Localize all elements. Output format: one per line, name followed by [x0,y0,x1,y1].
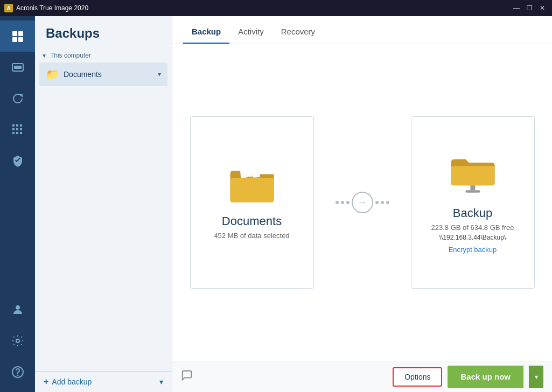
titlebar: A Acronis True Image 2020 — ❐ ✕ [0,0,552,16]
svg-rect-21 [252,166,260,177]
add-backup-label: Add backup [52,377,92,386]
help-icon [11,366,24,379]
titlebar-left: A Acronis True Image 2020 [4,4,88,12]
sidebar-item-settings[interactable] [0,325,35,356]
backup-now-button[interactable]: Back up now [448,366,523,388]
dot-1 [336,201,339,204]
app-title: Acronis True Image 2020 [16,4,88,12]
grid-icon [11,123,24,136]
dest-card-path: \\192.168.3.44\Backup\ [439,234,506,241]
section-label: This computer [50,52,91,59]
svg-point-18 [17,375,18,376]
source-card-subtitle: 452 MB of data selected [214,232,289,240]
backup-dropdown-arrow-icon: ▾ [535,373,538,381]
svg-rect-5 [14,66,22,69]
dot-2 [341,201,344,204]
tab-activity[interactable]: Activity [229,19,272,44]
svg-rect-13 [16,132,18,134]
dest-folder-icon [449,152,497,198]
sync-icon [11,92,24,105]
arrow-connector: → [336,192,389,213]
close-button[interactable]: ✕ [537,3,548,13]
svg-rect-10 [16,128,18,130]
left-panel: Backups ▼ This computer 📁 Documents ▾ + … [35,16,172,392]
titlebar-controls: — ❐ ✕ [511,3,548,13]
svg-point-16 [16,339,19,342]
backup-list-item-documents[interactable]: 📁 Documents ▾ [39,62,167,86]
app-icon: A [4,4,13,12]
svg-rect-8 [20,124,22,127]
user-icon [11,303,24,316]
minimize-button[interactable]: — [511,3,522,13]
source-card[interactable]: Documents 452 MB of data selected [190,116,314,289]
sidebar-item-disk[interactable] [0,52,35,83]
dot-6 [386,201,389,204]
svg-rect-23 [465,190,480,193]
collapse-arrow-icon[interactable]: ▼ [41,53,47,59]
svg-rect-7 [16,124,18,127]
dest-card-line1: 223.8 GB of 634.8 GB free [431,223,514,232]
svg-rect-12 [12,132,15,134]
add-dropdown-arrow-icon: ▾ [159,377,163,386]
source-folder-icon [228,163,276,204]
svg-rect-9 [12,128,15,130]
backups-icon [11,30,24,43]
panel-title: Backups [35,16,172,47]
expand-arrow-icon: ▾ [158,71,161,78]
sidebar-item-backups[interactable] [0,20,35,52]
tab-recovery[interactable]: Recovery [272,19,324,44]
tabs-bar: Backup Activity Recovery [172,16,552,44]
folder-icon: 📁 [46,68,59,81]
arrow-circle-icon: → [352,192,373,213]
disk-icon [11,61,24,74]
tab-backup[interactable]: Backup [183,19,229,44]
svg-rect-2 [12,37,17,42]
maximize-button[interactable]: ❐ [524,3,535,13]
shield-icon [11,155,24,167]
backup-now-dropdown-button[interactable]: ▾ [529,366,543,388]
bottom-bar: Options Back up now ▾ [172,361,552,392]
gear-icon [11,334,24,347]
source-card-title: Documents [222,214,282,228]
sidebar-item-account[interactable] [0,294,35,325]
options-button[interactable]: Options [393,367,442,387]
add-icon: + [44,377,48,387]
dest-card[interactable]: Backup 223.8 GB of 634.8 GB free \\192.1… [411,116,535,289]
message-icon [181,369,193,381]
right-content: Backup Activity Recovery Documents [172,16,552,392]
dest-card-title: Backup [453,206,492,220]
dot-3 [346,201,350,204]
dot-5 [381,201,384,204]
svg-rect-14 [20,132,22,134]
backup-item-name: Documents [64,70,153,79]
svg-rect-0 [12,31,17,36]
add-backup-button[interactable]: + Add backup ▾ [35,371,172,392]
svg-point-15 [16,305,20,310]
chat-icon[interactable] [181,369,193,384]
sidebar-item-help[interactable] [0,356,35,388]
section-header: ▼ This computer [35,47,172,61]
sidebar-icons [0,16,35,392]
svg-rect-3 [18,37,23,42]
encrypt-backup-link[interactable]: Encrypt backup [449,246,497,254]
svg-rect-6 [12,124,15,127]
sidebar-item-tools[interactable] [0,114,35,145]
app-body: Backups ▼ This computer 📁 Documents ▾ + … [0,16,552,392]
dot-4 [375,201,379,204]
main-content-area: Documents 452 MB of data selected → [172,44,552,361]
svg-rect-20 [246,166,253,177]
svg-rect-22 [470,185,475,190]
svg-rect-11 [20,128,22,130]
sidebar-item-security[interactable] [0,145,35,177]
sidebar-item-sync[interactable] [0,83,35,114]
svg-rect-1 [18,31,23,36]
